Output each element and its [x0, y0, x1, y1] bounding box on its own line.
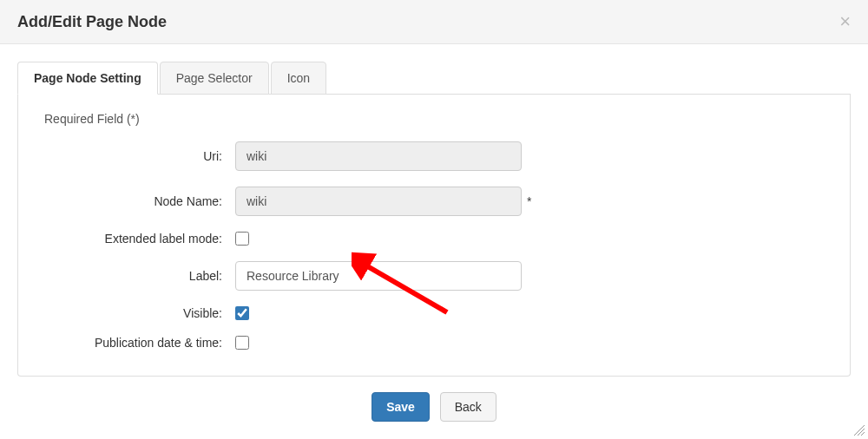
row-visible: Visible: [44, 306, 824, 320]
tab-label: Icon [271, 62, 326, 95]
label-input[interactable] [235, 261, 522, 291]
tab-page-selector[interactable]: Page Selector [158, 62, 269, 95]
footer-buttons: Save Back [17, 392, 851, 422]
save-button[interactable]: Save [372, 392, 430, 422]
tab-label: Page Selector [160, 62, 269, 95]
tab-label: Page Node Setting [17, 62, 158, 95]
close-icon[interactable]: × [839, 10, 851, 33]
row-uri: Uri: [44, 141, 824, 171]
visible-checkbox[interactable] [235, 306, 249, 320]
modal-body: Page Node Setting Page Selector Icon Req… [0, 44, 868, 439]
row-label: Label: [44, 261, 824, 291]
row-extended-label-mode: Extended label mode: [44, 232, 824, 246]
tab-content: Required Field (*) Uri: Node Name: * Ext… [17, 95, 851, 377]
tabs: Page Node Setting Page Selector Icon [17, 62, 851, 95]
node-name-input[interactable] [235, 187, 522, 216]
pubdate-label: Publication date & time: [44, 336, 235, 350]
svg-line-4 [861, 432, 865, 436]
extended-label-mode-label: Extended label mode: [44, 232, 235, 246]
resize-handle-icon[interactable] [852, 423, 866, 437]
label-label: Label: [44, 269, 235, 283]
tab-page-node-setting[interactable]: Page Node Setting [17, 62, 158, 95]
visible-label: Visible: [44, 306, 235, 320]
uri-input[interactable] [235, 141, 522, 171]
back-button[interactable]: Back [440, 392, 496, 422]
pubdate-checkbox[interactable] [235, 336, 249, 350]
modal-title: Add/Edit Page Node [17, 13, 167, 31]
required-mark: * [527, 194, 531, 208]
modal-header: Add/Edit Page Node × [0, 0, 868, 44]
row-node-name: Node Name: * [44, 187, 824, 216]
extended-label-mode-checkbox[interactable] [235, 232, 249, 246]
uri-label: Uri: [44, 149, 235, 163]
required-note: Required Field (*) [44, 112, 824, 126]
node-name-label: Node Name: [44, 194, 235, 208]
row-pubdate: Publication date & time: [44, 336, 824, 350]
svg-line-3 [858, 429, 865, 436]
tab-icon[interactable]: Icon [269, 62, 326, 95]
